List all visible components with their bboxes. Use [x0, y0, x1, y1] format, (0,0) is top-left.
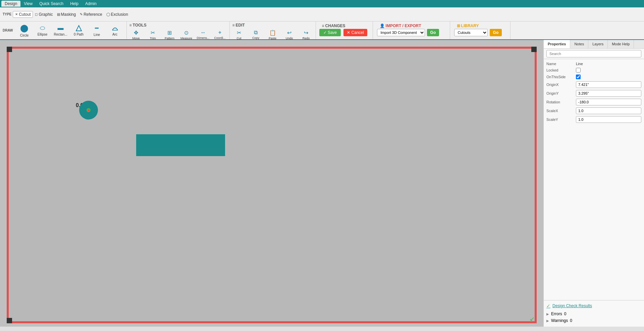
library-go-button[interactable]: Go [490, 29, 502, 36]
tab-properties[interactable]: Properties [544, 40, 570, 48]
changes-section: ≡ CHANGES ✓ Save ✕ Cancel [316, 21, 373, 39]
draw-circle[interactable]: ⬤ Circle [16, 22, 33, 39]
tab-layers[interactable]: Layers [588, 40, 608, 48]
prop-rotation-row: Rotation [546, 99, 641, 105]
tools-section: ≡ TOOLS ✥ Move ✂ Trim ⊞ Pattern ⊙ Measur… [127, 21, 230, 39]
prop-originx-label: OriginX [546, 83, 573, 87]
library-header: ⊞ LIBRARY [454, 23, 506, 29]
exclusion-icon: ◯ [106, 12, 110, 16]
svg-marker-0 [76, 26, 82, 31]
redo-icon: ↪ [304, 30, 308, 36]
prop-originx-input[interactable] [576, 81, 641, 88]
tab-modehelp[interactable]: Mode Help [608, 40, 634, 48]
type-exclusion[interactable]: ◯ Exclusion [104, 11, 130, 17]
type-toolbar: TYPE ✕ Cutout ◻ Graphic ▤ Masking ✎ Refe… [0, 7, 644, 21]
prop-originy-label: OriginY [546, 91, 573, 95]
draw-section: DRAW ⬤ Circle ⬭ Ellipse ▬ Rectan... 0 Pa… [0, 21, 127, 39]
tab-notes[interactable]: Notes [570, 40, 588, 48]
tool-trim[interactable]: ✂ Trim [145, 28, 161, 41]
corner-arrow: ↙ [530, 315, 535, 323]
prop-originy-input[interactable] [576, 90, 641, 97]
type-masking[interactable]: ▤ Masking [55, 11, 78, 17]
copy-icon: ⧉ [254, 30, 258, 36]
tool-redo[interactable]: ↪ Redo [298, 28, 314, 41]
tool-paste[interactable]: 📋 Paste [265, 28, 281, 41]
prop-scaley-input[interactable] [576, 116, 641, 123]
panel-search-input[interactable] [546, 50, 641, 57]
board-outline: 0.000" ↙ [7, 47, 537, 323]
draw-path[interactable]: 0 Path [70, 22, 88, 39]
graphic-icon: ◻ [35, 12, 38, 16]
prop-scalex-label: ScaleX [546, 109, 573, 113]
teal-rectangle[interactable] [136, 134, 225, 156]
prop-locked-row: Locked [546, 68, 641, 73]
edit-menu-icon: ≡ [232, 23, 235, 28]
tool-measure[interactable]: ⊙ Measure [178, 28, 195, 41]
nav-tab-view[interactable]: View [20, 1, 36, 7]
tools-menu-icon: ≡ [129, 23, 132, 28]
move-icon: ✥ [134, 30, 138, 36]
panel-tabs: Properties Notes Layers Mode Help [544, 40, 644, 49]
changes-header: ≡ CHANGES [319, 23, 369, 29]
nav-tab-design[interactable]: Design [1, 1, 20, 7]
tool-copy[interactable]: ⧉ Copy [248, 28, 264, 41]
canvas-area[interactable]: 0.000" ↙ [0, 40, 543, 327]
import-export-icon: 👤 [380, 23, 385, 28]
cancel-button[interactable]: ✕ Cancel [343, 29, 367, 36]
tool-coordinates[interactable]: ⌖ Coordi... [212, 28, 228, 41]
prop-locked-checkbox[interactable] [576, 68, 581, 73]
save-button[interactable]: ✓ Save [319, 29, 341, 36]
import-export-select[interactable]: Import 3D Component [377, 29, 425, 36]
draw-line[interactable]: ━ Line [88, 22, 106, 39]
line-icon: ━ [95, 25, 99, 32]
properties-panel: Name Line Locked OnThisSide OriginX Orig… [544, 59, 644, 300]
rectangle-icon: ▬ [58, 25, 64, 32]
prop-scalex-row: ScaleX [546, 107, 641, 114]
coordinates-icon: ⌖ [218, 30, 221, 36]
paste-icon: 📋 [269, 30, 276, 36]
type-reference[interactable]: ✎ Reference [78, 11, 104, 17]
circle-icon: ⬤ [20, 24, 29, 33]
circle-shape [79, 101, 98, 120]
nav-tab-admin[interactable]: Admin [82, 1, 100, 7]
library-icon: ⊞ [457, 23, 460, 28]
draw-arc[interactable]: Arc [106, 22, 124, 39]
design-check-icon: ✓ [546, 303, 550, 309]
library-select[interactable]: Cutouts [454, 29, 488, 36]
tool-undo[interactable]: ↩ Undo [281, 28, 298, 41]
design-check-title[interactable]: ✓ Design Check Results [546, 303, 641, 309]
nav-tab-help[interactable]: Help [67, 1, 82, 7]
tools-header: ≡ TOOLS [127, 22, 229, 28]
errors-arrow: ▶ [546, 312, 549, 316]
warnings-item[interactable]: ▶ Warnings 0 [546, 317, 641, 324]
draw-ellipse[interactable]: ⬭ Ellipse [34, 22, 51, 39]
edit-header: ≡ EDIT [230, 22, 316, 28]
tool-pattern[interactable]: ⊞ Pattern [162, 28, 178, 41]
warnings-arrow: ▶ [546, 319, 549, 323]
type-cutout[interactable]: ✕ Cutout [13, 11, 33, 18]
prop-originy-row: OriginY [546, 90, 641, 97]
type-graphic[interactable]: ◻ Graphic [33, 11, 55, 17]
nav-tab-quicksearch[interactable]: Quick Search [36, 1, 67, 7]
masking-icon: ▤ [57, 12, 60, 16]
prop-scaley-row: ScaleY [546, 116, 641, 123]
prop-name-value: Line [576, 62, 641, 66]
ellipse-icon: ⬭ [40, 25, 45, 32]
tools-buttons: ✥ Move ✂ Trim ⊞ Pattern ⊙ Measure ↔ Dime… [127, 28, 229, 41]
type-label: TYPE [3, 12, 11, 16]
import-go-button[interactable]: Go [427, 29, 439, 36]
errors-item[interactable]: ▶ Errors 0 [546, 311, 641, 317]
library-section: ⊞ LIBRARY Cutouts Go [450, 21, 511, 39]
prop-scalex-input[interactable] [576, 107, 641, 114]
corner-tr [531, 47, 537, 52]
circle-element[interactable] [79, 101, 98, 120]
tool-move[interactable]: ✥ Move [128, 28, 144, 41]
pattern-icon: ⊞ [167, 30, 172, 36]
prop-rotation-input[interactable] [576, 99, 641, 105]
panel-search [544, 49, 644, 59]
prop-onthisside-checkbox[interactable] [576, 75, 581, 79]
undo-icon: ↩ [287, 30, 291, 36]
tool-cut[interactable]: ✂ Cut [231, 28, 247, 41]
tool-dimensions[interactable]: ↔ Dimens... [195, 28, 211, 41]
draw-rectangle[interactable]: ▬ Rectan... [52, 22, 69, 39]
